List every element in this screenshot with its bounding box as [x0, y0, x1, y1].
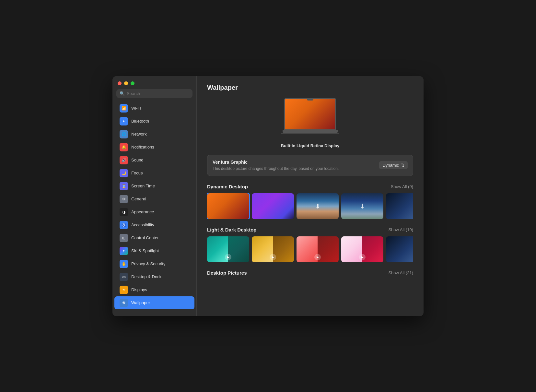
- display-label: Built-in Liquid Retina Display: [281, 143, 340, 148]
- titlebar: [112, 76, 196, 89]
- sidebar-item-label-wallpaper: Wallpaper: [131, 300, 150, 305]
- sidebar-item-appearance[interactable]: ◑Appearance: [114, 206, 194, 219]
- sidebar-item-label-controlcenter: Control Center: [131, 235, 159, 240]
- sidebar-item-label-network: Network: [131, 132, 147, 137]
- thumbnail-ld-gold-dark: [273, 236, 294, 262]
- thumbnail-ld-gold[interactable]: ▶: [252, 236, 294, 262]
- network-icon: 🌐: [120, 130, 128, 138]
- sidebar-item-label-screentime: Screen Time: [131, 184, 155, 188]
- cloud-download-icon-2: ⬇: [360, 202, 365, 210]
- sidebar-item-general[interactable]: ⚙General: [114, 193, 194, 206]
- thumbnail-big-sur-1[interactable]: ⬇: [297, 193, 339, 219]
- search-bar[interactable]: 🔍: [116, 89, 192, 98]
- sidebar-item-controlcenter[interactable]: ⊞Control Center: [114, 232, 194, 244]
- sidebar-item-label-general: General: [131, 196, 146, 201]
- wallpaper-description: This desktop picture changes throughout …: [213, 166, 339, 172]
- thumbnail-ld-pink-dark: [318, 236, 339, 262]
- sidebar-item-label-focus: Focus: [131, 171, 143, 175]
- focus-icon: 🌙: [120, 169, 128, 177]
- cloud-download-icon: ⬇: [315, 202, 320, 210]
- bluetooth-icon: ✦: [120, 117, 128, 125]
- play-icon-gold: ▶: [270, 254, 276, 260]
- thumbnail-ld-teal-dark: [228, 236, 249, 262]
- sidebar-item-screentime[interactable]: ⌛Screen Time: [114, 180, 194, 193]
- light-dark-show-all[interactable]: Show All (19): [388, 227, 413, 232]
- siri-icon: ✦: [120, 247, 128, 255]
- sidebar-item-focus[interactable]: 🌙Focus: [114, 167, 194, 180]
- wallpaper-mode-selector[interactable]: Dynamic ⇅: [379, 161, 408, 169]
- sidebar-item-wallpaper[interactable]: ❋Wallpaper: [114, 296, 194, 309]
- privacy-icon: ✋: [120, 260, 128, 268]
- sidebar-item-label-siri: Siri & Spotlight: [131, 248, 159, 253]
- sidebar-item-displays[interactable]: ☀Displays: [114, 283, 194, 296]
- main-content: Wallpaper Built-in Liquid Retina Display…: [197, 76, 424, 316]
- sidebar-item-notifications[interactable]: 🔔Notifications: [114, 141, 194, 154]
- play-icon-pink: ▶: [314, 254, 321, 260]
- light-dark-header: Light & Dark Desktop Show All (19): [207, 227, 413, 232]
- minimize-button[interactable]: [124, 81, 128, 85]
- laptop-preview: [281, 98, 339, 140]
- sidebar-item-network[interactable]: 🌐Network: [114, 128, 194, 141]
- notifications-icon: 🔔: [120, 143, 128, 151]
- settings-window: 🔍 📶Wi-Fi✦Bluetooth🌐Network🔔Notifications…: [112, 76, 424, 316]
- thumbnail-big-sur-2[interactable]: ⬇: [341, 193, 383, 219]
- desktop-icon: ▭: [120, 273, 128, 281]
- maximize-button[interactable]: [131, 81, 134, 85]
- dynamic-desktop-thumbnails: ⬇ ⬇: [207, 193, 413, 219]
- laptop-base: [283, 130, 338, 133]
- thumbnail-ld-teal[interactable]: ▶: [207, 236, 249, 262]
- displays-icon: ☀: [120, 286, 128, 294]
- wallpaper-icon: ❋: [120, 299, 128, 307]
- dynamic-desktop-header: Dynamic Desktop Show All (9): [207, 184, 413, 189]
- sidebar-item-siri[interactable]: ✦Siri & Spotlight: [114, 244, 194, 257]
- sidebar-item-sound[interactable]: 🔊Sound: [114, 154, 194, 167]
- thumbnail-ventura-purple[interactable]: [252, 193, 294, 219]
- sidebar-item-label-appearance: Appearance: [131, 209, 154, 214]
- accessibility-icon: ♿: [120, 221, 128, 229]
- thumbnail-dynamic-partial[interactable]: [386, 193, 413, 219]
- search-input[interactable]: [127, 91, 189, 96]
- sidebar-item-desktop[interactable]: ▭Desktop & Dock: [114, 270, 194, 283]
- sidebar-item-label-wifi: Wi-Fi: [131, 106, 141, 111]
- wallpaper-info: Ventura Graphic This desktop picture cha…: [213, 160, 339, 172]
- thumbnail-ld-pink[interactable]: ▶: [297, 236, 339, 262]
- wallpaper-mode-label: Dynamic: [382, 163, 399, 168]
- display-preview: Built-in Liquid Retina Display: [207, 98, 413, 148]
- laptop-screen: [284, 98, 336, 130]
- sidebar-items-list: 📶Wi-Fi✦Bluetooth🌐Network🔔Notifications🔊S…: [112, 102, 196, 309]
- thumbnail-ld-partial[interactable]: [386, 236, 413, 262]
- desktop-pictures-show-all[interactable]: Show All (31): [388, 270, 413, 275]
- sidebar-item-privacy[interactable]: ✋Privacy & Security: [114, 257, 194, 270]
- appearance-icon: ◑: [120, 208, 128, 216]
- laptop-notch: [307, 99, 313, 101]
- sidebar-item-label-displays: Displays: [131, 287, 147, 292]
- wifi-icon: 📶: [120, 104, 128, 113]
- search-icon: 🔍: [120, 91, 125, 96]
- dynamic-desktop-title: Dynamic Desktop: [207, 184, 248, 189]
- wallpaper-name: Ventura Graphic: [213, 160, 339, 165]
- sidebar-item-wifi[interactable]: 📶Wi-Fi: [114, 102, 194, 115]
- controlcenter-icon: ⊞: [120, 234, 128, 242]
- dynamic-desktop-section: Dynamic Desktop Show All (9) ⬇ ⬇: [207, 184, 413, 219]
- sidebar-item-label-desktop: Desktop & Dock: [131, 274, 161, 279]
- wallpaper-card: Ventura Graphic This desktop picture cha…: [207, 155, 413, 176]
- screentime-icon: ⌛: [120, 182, 128, 190]
- thumbnail-ventura-orange[interactable]: [207, 193, 249, 219]
- play-icon-rose: ▶: [359, 254, 366, 260]
- sidebar-item-label-accessibility: Accessibility: [131, 222, 154, 227]
- sidebar-item-accessibility[interactable]: ♿Accessibility: [114, 219, 194, 232]
- sound-icon: 🔊: [120, 156, 128, 164]
- sidebar-item-bluetooth[interactable]: ✦Bluetooth: [114, 115, 194, 128]
- dynamic-desktop-show-all[interactable]: Show All (9): [391, 184, 413, 189]
- sidebar-item-label-bluetooth: Bluetooth: [131, 119, 149, 124]
- light-dark-thumbnails: ▶ ▶ ▶: [207, 236, 413, 262]
- close-button[interactable]: [118, 81, 122, 85]
- thumbnail-ld-rose[interactable]: ▶: [341, 236, 383, 262]
- chevron-updown-icon: ⇅: [401, 163, 404, 168]
- sidebar-item-label-notifications: Notifications: [131, 145, 154, 149]
- play-icon-teal: ▶: [225, 254, 231, 260]
- light-dark-title: Light & Dark Desktop: [207, 227, 257, 232]
- thumbnail-ld-rose-dark: [362, 236, 383, 262]
- page-title: Wallpaper: [207, 84, 413, 91]
- desktop-pictures-header: Desktop Pictures Show All (31): [207, 270, 413, 276]
